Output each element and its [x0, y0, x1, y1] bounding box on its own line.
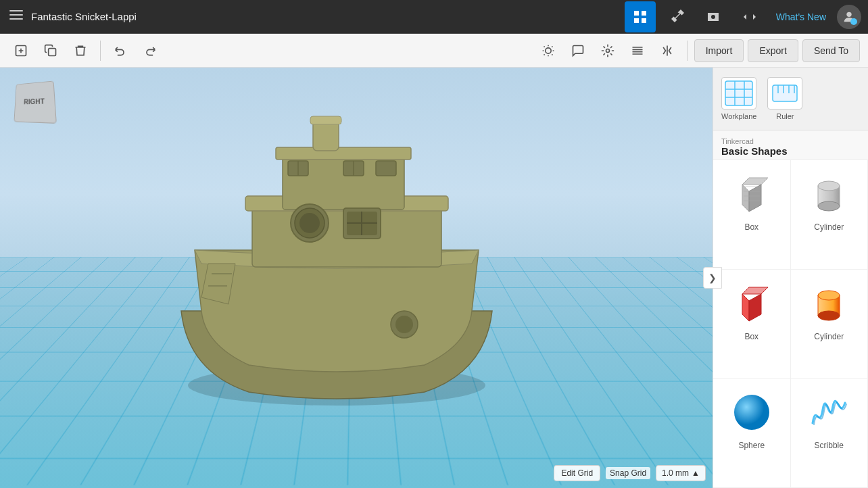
svg-point-4 — [850, 18, 857, 25]
svg-point-54 — [734, 395, 769, 430]
view-cube-label: RIGHT — [24, 97, 45, 105]
copy-button[interactable] — [38, 38, 64, 64]
panel-section-header: Tinkercad Basic Shapes — [713, 130, 868, 160]
svg-point-16 — [299, 213, 320, 233]
send-to-button[interactable]: Send To — [802, 39, 860, 62]
svg-rect-2 — [9, 18, 23, 20]
shape-thumb-scribble — [804, 388, 853, 437]
shape-box-red[interactable]: Box — [713, 270, 791, 379]
shape-label-box-grey: Box — [744, 222, 758, 232]
ruler-icon — [770, 80, 800, 107]
shape-cylinder-orange[interactable]: Cylinder — [791, 270, 869, 379]
workplane-label: Workplane — [721, 112, 756, 120]
workplane-icon-box — [721, 77, 756, 109]
section-title: Basic Shapes — [721, 145, 860, 157]
toolbar-divider-2 — [687, 41, 688, 61]
view-cube-face[interactable]: RIGHT — [14, 81, 57, 124]
svg-point-8 — [606, 49, 609, 52]
redo-button[interactable] — [137, 38, 163, 64]
workplane-icon — [724, 80, 754, 107]
import-button[interactable]: Import — [694, 39, 744, 62]
snap-grid-value[interactable]: 1.0 mm ▲ — [656, 465, 706, 481]
snap-value-text: 1.0 mm — [662, 468, 689, 478]
shape-box-grey[interactable]: Box — [713, 160, 791, 270]
ruler-label: Ruler — [776, 112, 794, 120]
light-button[interactable] — [535, 38, 561, 64]
svg-rect-31 — [376, 161, 396, 176]
svg-rect-0 — [9, 10, 23, 11]
menu-icon[interactable] — [7, 5, 26, 28]
shape-thumb-cyl-grey — [804, 170, 853, 218]
svg-rect-26 — [310, 116, 341, 124]
project-title: Fantastic Snicket-Lappi — [31, 11, 619, 22]
ruler-icon-box — [767, 77, 802, 109]
nav-design-button[interactable] — [661, 1, 692, 32]
svg-point-7 — [546, 47, 551, 53]
svg-rect-34 — [725, 81, 752, 105]
align-button[interactable] — [625, 38, 650, 64]
edit-grid-button[interactable]: Edit Grid — [554, 465, 600, 481]
bottom-bar: Edit Grid Snap Grid 1.0 mm ▲ — [554, 465, 706, 481]
svg-rect-13 — [276, 147, 411, 160]
snap-grid-label: Snap Grid — [606, 467, 650, 479]
shape-label-sphere: Sphere — [738, 441, 765, 450]
shape-sphere-blue[interactable]: Sphere — [713, 379, 791, 488]
svg-point-52 — [818, 291, 840, 300]
view-cube[interactable]: RIGHT — [14, 81, 54, 122]
section-source: Tinkercad — [721, 137, 860, 145]
shapes-grid: Box — [713, 160, 868, 488]
undo-button[interactable] — [107, 38, 133, 64]
svg-point-3 — [846, 11, 851, 16]
workplane-item[interactable]: Workplane — [719, 74, 759, 123]
shape-label-cyl-grey: Cylinder — [814, 222, 844, 232]
whats-new-button[interactable]: What's New — [771, 9, 831, 25]
panel-top: Workplane Ruler — [713, 68, 868, 130]
toolbar-divider-1 — [100, 41, 101, 61]
nav-grid-button[interactable] — [625, 1, 656, 32]
shape-thumb-sphere — [727, 388, 776, 437]
shape-thumb-box-grey — [727, 170, 776, 218]
shape-thumb-cyl-orange — [804, 279, 853, 328]
shape-scribble[interactable]: Scribble — [791, 379, 869, 488]
right-panel-wrapper: ❯ Workplane — [713, 68, 868, 488]
speech-button[interactable] — [565, 38, 591, 64]
right-panel: Workplane Ruler — [713, 68, 868, 488]
svg-rect-39 — [773, 85, 797, 101]
toolbar: Import Export Send To — [0, 34, 868, 68]
inspector-button[interactable] — [595, 38, 621, 64]
shape-thumb-box-red — [727, 279, 776, 328]
delete-button[interactable] — [68, 38, 93, 64]
viewport[interactable]: RIGHT Edit Grid Snap Grid 1.0 mm ▲ — [0, 68, 713, 488]
user-avatar[interactable] — [837, 5, 861, 29]
nav-code-button[interactable] — [734, 1, 765, 32]
svg-point-50 — [818, 201, 840, 211]
main-area: RIGHT Edit Grid Snap Grid 1.0 mm ▲ ❯ — [0, 68, 868, 488]
svg-rect-1 — [9, 14, 23, 16]
3d-model — [141, 88, 533, 412]
snap-chevron-icon: ▲ — [692, 468, 700, 478]
shape-label-cyl-orange: Cylinder — [814, 332, 844, 341]
nav-export-button[interactable] — [698, 1, 729, 32]
collapse-panel-button[interactable]: ❯ — [703, 267, 722, 289]
mirror-button[interactable] — [654, 38, 680, 64]
svg-point-24 — [395, 316, 413, 333]
shape-label-box-red: Box — [744, 332, 758, 341]
shape-label-scribble: Scribble — [815, 441, 844, 450]
export-button[interactable]: Export — [748, 39, 798, 62]
top-nav: Fantastic Snicket-Lappi What's New — [0, 0, 868, 34]
shape-cylinder-grey[interactable]: Cylinder — [791, 160, 869, 270]
svg-point-53 — [818, 311, 840, 320]
ruler-item[interactable]: Ruler — [765, 74, 805, 123]
svg-point-49 — [818, 181, 840, 191]
new-design-button[interactable] — [8, 38, 34, 64]
svg-rect-6 — [49, 48, 56, 55]
